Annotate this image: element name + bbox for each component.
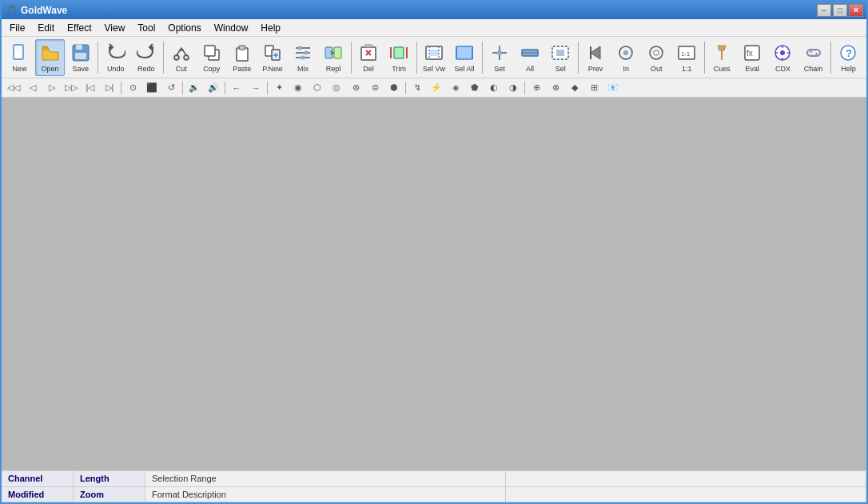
svg-text:1:1: 1:1 [681, 50, 691, 58]
tb2-rewind-button[interactable]: ◁◁ [5, 80, 22, 96]
save-button[interactable]: Save [66, 39, 95, 76]
tb2-tool1-button[interactable]: ✦ [270, 80, 288, 96]
tb2-tool7-button[interactable]: ⬢ [385, 80, 403, 96]
tb2-loop-button[interactable]: ↺ [162, 80, 180, 96]
tb2-tool6-button[interactable]: ⊜ [366, 80, 384, 96]
tb2-start-button[interactable]: |◁ [82, 80, 99, 96]
tb2-remove-button[interactable]: ⊗ [547, 80, 564, 96]
zoom11-button[interactable]: 1:1 1:1 [672, 39, 702, 76]
svg-point-31 [654, 50, 659, 55]
tb2-pan-left-button[interactable]: ← [228, 80, 245, 96]
new-button[interactable]: New [5, 39, 34, 76]
menu-help[interactable]: Help [254, 19, 287, 37]
prev-button[interactable]: Prev [581, 39, 611, 76]
open-button[interactable]: Open [35, 39, 65, 76]
paste-button[interactable]: Paste [227, 39, 257, 76]
menu-tool[interactable]: Tool [131, 19, 161, 37]
minimize-button[interactable]: ─ [817, 4, 831, 17]
selvw-button[interactable]: Sel Vw [419, 39, 448, 76]
tb2-func6-button[interactable]: ◑ [504, 80, 522, 96]
set-button[interactable]: Set [484, 39, 514, 76]
trim-button[interactable]: Trim [384, 39, 414, 76]
all-button[interactable]: All [516, 39, 545, 76]
sel-button[interactable]: Sel [546, 39, 575, 76]
menu-edit[interactable]: Edit [31, 19, 61, 37]
undo-label: Undo [107, 66, 125, 73]
in-icon: + [615, 42, 637, 64]
channel-label: Channel [2, 471, 74, 486]
tb2-vol-down-button[interactable]: 🔉 [185, 80, 203, 96]
del-button[interactable]: Del [353, 39, 383, 76]
status-row-1: Channel Length Selection Range [2, 471, 866, 487]
sep7 [704, 42, 705, 74]
tb2-record-button[interactable]: ⊙ [124, 80, 141, 96]
selvw-label: Sel Vw [423, 66, 445, 73]
menu-bar: File Edit Effect View Tool Options Windo… [2, 19, 866, 37]
tb2-back-button[interactable]: ◁ [24, 80, 42, 96]
tb2-pan-right-button[interactable]: → [247, 80, 265, 96]
in-label: In [623, 66, 629, 73]
cdx-button[interactable]: CDX [768, 39, 798, 76]
modified-label: Modified [2, 487, 74, 502]
copy-label: Copy [203, 66, 220, 73]
chain-button[interactable]: Chain [798, 39, 828, 76]
tb2-func4-button[interactable]: ⬟ [466, 80, 484, 96]
tb2-vol-up-button[interactable]: 🔊 [205, 80, 222, 96]
svg-point-29 [623, 50, 628, 55]
cut-button[interactable]: Cut [166, 39, 196, 76]
tb2-end-button[interactable]: ▷| [101, 80, 118, 96]
menu-file[interactable]: File [3, 19, 31, 37]
menu-view[interactable]: View [98, 19, 132, 37]
selall-button[interactable]: Sel All [450, 39, 480, 76]
close-button[interactable]: ✕ [849, 4, 863, 17]
out-button[interactable]: Out [642, 39, 671, 76]
in-button[interactable]: + In [611, 39, 641, 76]
out-icon [645, 42, 667, 64]
tb2-func2-button[interactable]: ⚡ [428, 80, 445, 96]
eval-button[interactable]: fx Eval [738, 39, 767, 76]
tb2-play-button[interactable]: ▷ [43, 80, 61, 96]
redo-button[interactable]: Redo [131, 39, 161, 76]
tb2-add-button[interactable]: ⊕ [528, 80, 545, 96]
sep2 [163, 42, 164, 74]
sep6 [578, 42, 579, 74]
undo-icon [105, 42, 127, 64]
undo-button[interactable]: Undo [101, 39, 130, 76]
app-window: 🎵 GoldWave ─ □ ✕ File Edit Effect View T… [0, 0, 868, 504]
tb2-tool2-button[interactable]: ◉ [289, 80, 307, 96]
tb2-tool3-button[interactable]: ⬡ [309, 80, 326, 96]
title-bar-controls: ─ □ ✕ [817, 4, 863, 17]
set-label: Set [494, 66, 505, 73]
tb2-special-button[interactable]: ◆ [566, 80, 583, 96]
tb2-func1-button[interactable]: ↯ [408, 80, 426, 96]
tb2-stop-button[interactable]: ⬛ [143, 80, 161, 96]
tb2-tool4-button[interactable]: ◎ [328, 80, 345, 96]
tb2-env2-button[interactable]: 📧 [604, 80, 622, 96]
svg-point-13 [304, 51, 308, 55]
tb2-tool5-button[interactable]: ⊛ [347, 80, 364, 96]
app-icon: 🎵 [5, 4, 18, 17]
mix-button[interactable]: Mix [288, 39, 317, 76]
svg-rect-25 [556, 50, 564, 56]
sep8 [830, 42, 831, 74]
pnew-button[interactable]: P.New [257, 39, 287, 76]
selection-range-label: Selection Range [145, 471, 506, 486]
tb2-func3-button[interactable]: ◈ [447, 80, 464, 96]
maximize-button[interactable]: □ [833, 4, 847, 17]
repl-button[interactable]: Repl [319, 39, 348, 76]
tb2-forward-button[interactable]: ▷▷ [62, 80, 80, 96]
tb2-env1-button[interactable]: ⊞ [585, 80, 603, 96]
redo-icon [135, 42, 157, 64]
all-label: All [526, 66, 534, 73]
menu-effect[interactable]: Effect [61, 19, 98, 37]
cues-button[interactable]: Cues [707, 39, 737, 76]
svg-rect-20 [429, 50, 439, 56]
tb2-sep1 [121, 82, 121, 94]
copy-button[interactable]: Copy [197, 39, 226, 76]
zoom11-label: 1:1 [682, 66, 692, 73]
menu-window[interactable]: Window [208, 19, 255, 37]
tb2-func5-button[interactable]: ◐ [485, 80, 503, 96]
eval-icon: fx [741, 42, 763, 64]
help-button[interactable]: ? Help [834, 39, 863, 76]
menu-options[interactable]: Options [161, 19, 207, 37]
